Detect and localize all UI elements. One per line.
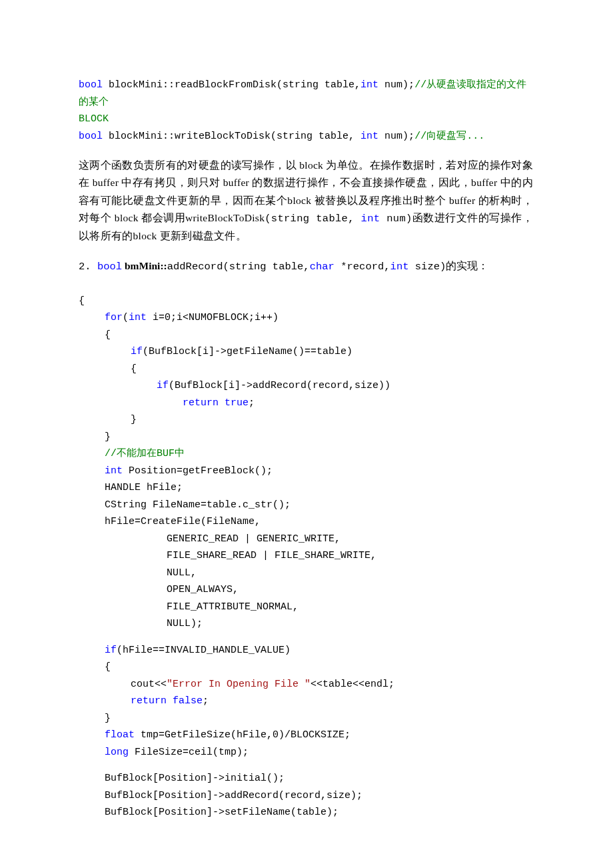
string-literal: "Error In Opening File ": [167, 679, 310, 690]
code-text: i=0;i<NUMOFBLOCK;i++): [147, 312, 279, 323]
code-text: (hFile==INVALID_HANDLE_VALUE): [117, 645, 291, 656]
keyword-bool: bool: [79, 79, 103, 91]
code-text: BufBlock[Position]->addRecord(record,siz…: [79, 787, 362, 805]
brace: {: [79, 361, 137, 378]
code-text: GENERIC_READ | GENERIC_WRITE,: [79, 531, 340, 548]
keyword-true: true: [219, 397, 249, 409]
code-text: BufBlock[Position]->initial();: [79, 770, 285, 787]
code-text: (: [123, 312, 129, 323]
code-text: num);: [378, 131, 414, 142]
code-text: FileSize=ceil(tmp);: [129, 747, 249, 758]
code-text: hFile=CreateFile(FileName,: [79, 513, 261, 531]
keyword-bool: bool: [97, 261, 122, 273]
item-number: 2.: [79, 261, 97, 273]
semicolon: ;: [249, 397, 255, 409]
comment: //不能加在BUF中: [79, 445, 185, 463]
keyword-false: false: [167, 695, 203, 707]
code-text: CString FileName=table.c_str();: [79, 497, 291, 514]
class-name: bmMini::: [122, 260, 167, 271]
keyword-char: char: [310, 261, 334, 273]
semicolon: ;: [203, 695, 209, 707]
code-text: (BufBlock[i]->getFileName()==table): [143, 346, 352, 357]
brace: {: [79, 295, 85, 307]
keyword-if: if: [131, 346, 143, 357]
keyword-float: float: [105, 729, 135, 741]
code-text: Position=getFreeBlock();: [123, 465, 273, 477]
code-line: bool blockMini::readBlockFromDisk(string…: [79, 77, 533, 111]
comment: //向硬盘写...: [414, 131, 484, 142]
keyword-int: int: [390, 261, 409, 273]
code-text: FILE_SHARE_READ | FILE_SHARE_WRITE,: [79, 547, 376, 565]
code-text: FILE_ATTRIBUTE_NORMAL,: [79, 599, 299, 616]
code-text: BufBlock[Position]->setFileName(table);: [79, 804, 338, 821]
body-paragraph: 这两个函数负责所有的对硬盘的读写操作，以 block 为单位。在操作数据时，若对…: [79, 157, 533, 245]
function-sig: *record,: [334, 261, 390, 273]
function-sig: size): [409, 261, 446, 273]
brace: }: [79, 429, 111, 446]
brace: }: [79, 710, 111, 727]
keyword-int: int: [360, 131, 378, 142]
code-inline: num): [380, 213, 412, 225]
keyword-bool: bool: [79, 131, 103, 142]
keyword-return: return: [183, 397, 219, 409]
brace: {: [79, 327, 111, 344]
cn-text: 的实现：: [446, 261, 488, 273]
function-sig: addRecord(string table,: [167, 261, 310, 273]
keyword-int: int: [361, 213, 380, 225]
brace: {: [79, 659, 111, 676]
code-text: tmp=GetFileSize(hFile,0)/BLOCKSIZE;: [135, 729, 350, 741]
keyword-int: int: [360, 79, 378, 91]
code-text: <<table<<endl;: [310, 679, 394, 690]
keyword-if: if: [105, 645, 117, 656]
code-text: blockMini::writeBlockToDisk(string table…: [103, 131, 360, 142]
document-page: bool blockMini::readBlockFromDisk(string…: [0, 0, 613, 868]
keyword-long: long: [105, 747, 129, 758]
code-text: cout<<: [131, 679, 167, 690]
code-text: NULL,: [79, 565, 197, 582]
code-text: (BufBlock[i]->addRecord(record,size)): [169, 380, 390, 391]
keyword-return: return: [131, 695, 167, 707]
keyword-int: int: [129, 312, 147, 323]
comment-continued: BLOCK: [79, 111, 533, 128]
keyword-int: int: [105, 465, 123, 477]
keyword-if: if: [157, 380, 169, 391]
section-heading: 2. bool bmMini::addRecord(string table,c…: [79, 257, 533, 276]
code-text: HANDLE hFile;: [79, 479, 183, 497]
code-text: NULL);: [79, 615, 203, 633]
code-text: num);: [378, 79, 414, 91]
top-code-block: bool blockMini::readBlockFromDisk(string…: [79, 77, 533, 145]
code-body: { for(int i=0;i<NUMOFBLOCK;i++) { if(Buf…: [79, 275, 533, 838]
code-text: OPEN_ALWAYS,: [79, 581, 239, 599]
brace: }: [79, 411, 137, 429]
code-text: blockMini::readBlockFromDisk(string tabl…: [103, 79, 360, 91]
keyword-for: for: [105, 312, 123, 323]
code-inline: (string table,: [265, 213, 360, 225]
code-line: bool blockMini::writeBlockToDisk(string …: [79, 128, 533, 145]
